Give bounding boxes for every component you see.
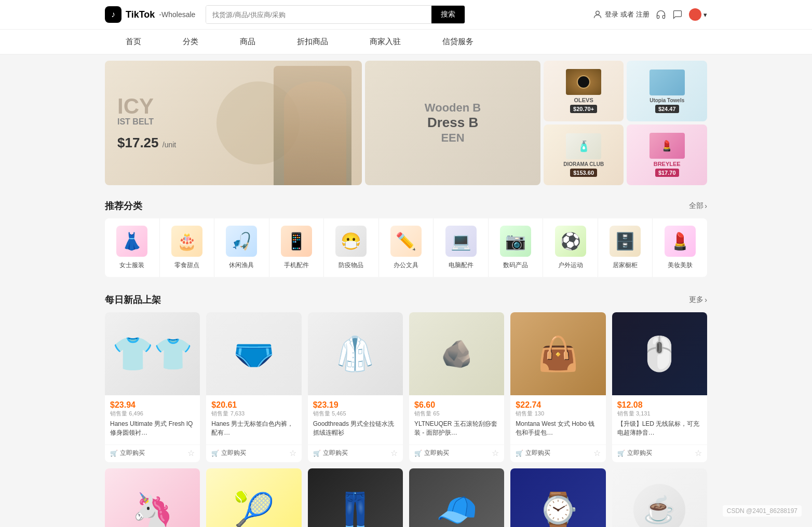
- product-card-4[interactable]: 👜 $22.74 销售量 130 Montana West 女式 Hobo 钱包…: [510, 312, 605, 462]
- nav-merchant[interactable]: 商家入驻: [349, 30, 422, 54]
- category-more[interactable]: 全部 ›: [689, 201, 707, 211]
- cat-label-office: 办公文具: [394, 261, 418, 270]
- product-sales-0: 销售量 6,496: [110, 410, 195, 418]
- buy-btn-2[interactable]: 🛒 立即购买: [313, 449, 348, 457]
- logo[interactable]: ♪ TikTok -Wholesale: [105, 6, 195, 23]
- nav-category[interactable]: 分类: [162, 30, 219, 54]
- cat-img-beauty: 💄: [665, 226, 696, 257]
- daily-new-title: 每日新品上架: [105, 294, 161, 306]
- product-sales-2: 销售量 5,465: [313, 410, 398, 418]
- banner-cell-olevs-brand: OLEVS: [574, 97, 593, 103]
- banner-cell-olevs-price: $20.70+: [570, 105, 597, 113]
- nav-home[interactable]: 首页: [105, 30, 162, 54]
- category-section: 推荐分类 全部 › 👗 女士服装 🎂 零食甜点 🎣 休闲渔具 📱 手机配件 😷 …: [94, 191, 718, 285]
- product-card-r1[interactable]: 🎾: [206, 468, 301, 527]
- product-img-r2: 👖: [308, 468, 403, 527]
- fav-btn-3[interactable]: ☆: [492, 448, 499, 458]
- product-name-1: Hanes 男士无标签白色内裤，配有…: [211, 420, 296, 437]
- banner-section: ICY IST BELT $17.25 /unit Wooden B Dress…: [94, 54, 718, 191]
- product-card-5[interactable]: 🖱️ $12.08 销售量 3,131 【升级】LED 无线鼠标，可充电超薄静音…: [612, 312, 707, 462]
- search-bar: 搜索: [206, 5, 465, 24]
- fav-btn-1[interactable]: ☆: [289, 448, 296, 458]
- product-card-r0[interactable]: 🦄: [105, 468, 200, 527]
- cat-item-digital[interactable]: 📷 数码产品: [489, 218, 544, 277]
- banner-cell-breylee[interactable]: 💄 BREYLEE $17.70: [627, 124, 707, 185]
- fav-btn-4[interactable]: ☆: [593, 448, 601, 458]
- product-card-r2[interactable]: 👖: [308, 468, 403, 527]
- product-img-r5: ☕: [612, 468, 707, 527]
- banner-cell-breylee-price: $17.70: [655, 169, 679, 177]
- product-sales-5: 销售量 3,131: [617, 410, 702, 418]
- banner-cell-towels-brand: Utopia Towels: [649, 98, 684, 103]
- buy-btn-3[interactable]: 🛒 立即购买: [414, 449, 449, 457]
- buy-btn-5[interactable]: 🛒 立即购买: [617, 449, 652, 457]
- chat-action[interactable]: [672, 9, 683, 20]
- product-name-0: Hanes Ultimate 男式 Fresh IQ 修身圆领衬…: [110, 420, 195, 437]
- banner-left-label: ICY: [117, 95, 176, 117]
- product-card-r5[interactable]: ☕: [612, 468, 707, 527]
- avatar-action[interactable]: ▾: [689, 8, 707, 21]
- product-price-4: $22.74: [516, 400, 600, 410]
- cat-img-fishing: 🎣: [226, 226, 257, 257]
- banner-cell-towels-price: $24.47: [655, 105, 679, 113]
- cat-item-outdoor[interactable]: ⚽ 户外运动: [543, 218, 598, 277]
- product-img-3: 🪨: [409, 312, 504, 395]
- cat-label-fishing: 休闲渔具: [229, 261, 254, 270]
- header-actions: 登录 或者 注册 ▾: [592, 8, 707, 21]
- product-grid-daily: 👕 $23.94 销售量 6,496 Hanes Ultimate 男式 Fre…: [105, 312, 707, 462]
- login-text: 登录: [605, 10, 618, 19]
- product-img-5: 🖱️: [612, 312, 707, 395]
- cat-item-phone[interactable]: 📱 手机配件: [269, 218, 324, 277]
- cat-item-food[interactable]: 🎂 零食甜点: [160, 218, 215, 277]
- product-name-3: YLTNEUQER 玉石滚轮刮痧套装 - 面部护肤…: [414, 420, 499, 437]
- product-name-4: Montana West 女式 Hobo 钱包和手提包…: [516, 420, 600, 437]
- buy-btn-1[interactable]: 🛒 立即购买: [211, 449, 246, 457]
- product-card-1[interactable]: 🩲 $20.61 销售量 7,633 Hanes 男士无标签白色内裤，配有… 🛒…: [206, 312, 301, 462]
- product-card-2[interactable]: 🥼 $23.19 销售量 5,465 Goodthreads 男式全拉链水洗抓绒…: [308, 312, 403, 462]
- fav-btn-0[interactable]: ☆: [187, 448, 195, 458]
- banner-cell-diorama-brand: DIORAMA CLUB: [563, 161, 604, 167]
- cat-item-furniture[interactable]: 🗄️ 居家橱柜: [598, 218, 653, 277]
- buy-btn-4[interactable]: 🛒 立即购买: [516, 449, 550, 457]
- nav-credit[interactable]: 信贷服务: [422, 30, 494, 54]
- chevron-down-icon: ▾: [703, 11, 707, 19]
- product-sales-4: 销售量 130: [516, 410, 600, 418]
- nav-products[interactable]: 商品: [219, 30, 276, 54]
- user-icon-action[interactable]: 登录 或者 注册: [592, 9, 649, 20]
- search-button[interactable]: 搜索: [431, 6, 465, 23]
- svg-point-0: [596, 11, 600, 15]
- product-price-5: $12.08: [617, 400, 702, 410]
- nav-discount[interactable]: 折扣商品: [276, 30, 349, 54]
- banner-cell-diorama[interactable]: 🧴 DIORAMA CLUB $153.60: [544, 124, 624, 185]
- category-more-text: 全部: [689, 201, 703, 211]
- banner-center-line2: Dress B: [425, 115, 481, 131]
- banner-cell-towels[interactable]: Utopia Towels $24.47: [627, 61, 707, 121]
- cat-item-beauty[interactable]: 💄 美妆美肤: [653, 218, 707, 277]
- headphone-action[interactable]: [656, 9, 666, 20]
- product-card-0[interactable]: 👕 $23.94 销售量 6,496 Hanes Ultimate 男式 Fre…: [105, 312, 200, 462]
- logo-text: TikTok: [126, 9, 155, 20]
- product-card-r3[interactable]: 🧢: [409, 468, 504, 527]
- cat-item-office[interactable]: ✏️ 办公文具: [379, 218, 434, 277]
- buy-btn-0[interactable]: 🛒 立即购买: [110, 449, 145, 457]
- fav-btn-5[interactable]: ☆: [695, 448, 702, 458]
- daily-new-more[interactable]: 更多 ›: [689, 295, 707, 304]
- banner-center[interactable]: Wooden B Dress B EEN: [365, 61, 540, 185]
- cat-item-mask[interactable]: 😷 防疫物品: [324, 218, 379, 277]
- cat-item-fishing[interactable]: 🎣 休闲渔具: [214, 218, 269, 277]
- fav-btn-2[interactable]: ☆: [390, 448, 398, 458]
- product-price-1: $20.61: [211, 400, 296, 410]
- banner-cell-olevs[interactable]: OLEVS $20.70+: [544, 61, 624, 121]
- banner-left-price: $17.25 /unit: [117, 135, 176, 151]
- cat-label-digital: 数码产品: [503, 261, 528, 270]
- banner-cell-diorama-price: $153.60: [570, 169, 597, 177]
- product-card-3[interactable]: 🪨 $6.60 销售量 65 YLTNEUQER 玉石滚轮刮痧套装 - 面部护肤…: [409, 312, 504, 462]
- cat-item-dress[interactable]: 👗 女士服装: [105, 218, 160, 277]
- cat-item-laptop[interactable]: 💻 电脑配件: [434, 218, 489, 277]
- search-input[interactable]: [206, 6, 431, 23]
- cat-img-digital: 📷: [500, 226, 531, 257]
- cat-img-mask: 😷: [335, 226, 367, 257]
- chat-icon: [672, 9, 683, 20]
- banner-left[interactable]: ICY IST BELT $17.25 /unit: [105, 61, 362, 185]
- product-card-r4[interactable]: ⌚: [510, 468, 605, 527]
